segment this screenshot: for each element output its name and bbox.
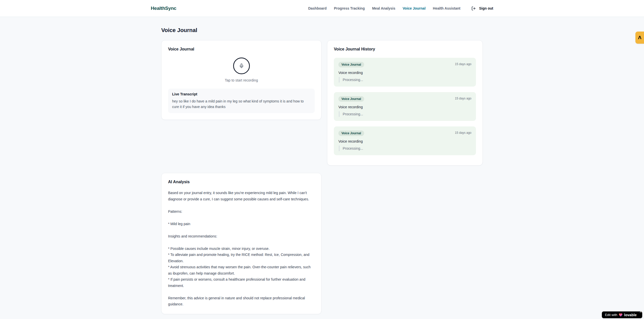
history-entry[interactable]: Voice Journal 15 days ago Voice recordin… xyxy=(334,58,476,87)
history-entry[interactable]: Voice Journal 15 days ago Voice recordin… xyxy=(334,126,476,155)
history-entry[interactable]: Voice Journal 15 days ago Voice recordin… xyxy=(334,92,476,121)
page-title: Voice Journal xyxy=(161,27,483,34)
entry-processing-status: Processing... xyxy=(339,111,471,117)
voice-journal-history-card: Voice Journal History Voice Journal 15 d… xyxy=(327,40,483,166)
history-list: Voice Journal 15 days ago Voice recordin… xyxy=(334,58,476,155)
analysis-card-title: AI Analysis xyxy=(168,180,315,184)
entry-title: Voice recording xyxy=(338,71,471,75)
entry-title: Voice recording xyxy=(338,105,471,109)
entry-timestamp: 15 days ago xyxy=(455,96,471,100)
ai-analysis-text: Based on your journal entry, it sounds l… xyxy=(168,190,315,307)
lovable-side-tab[interactable]: Λ xyxy=(635,32,644,44)
page-content: Voice Journal Voice Journal Tap to start… xyxy=(161,17,483,314)
recorder-card-title: Voice Journal xyxy=(168,47,315,51)
nav-item-dashboard[interactable]: Dashboard xyxy=(308,6,327,10)
main-nav: Dashboard Progress Tracking Meal Analysi… xyxy=(308,6,493,11)
edit-badge-text: Edit with xyxy=(605,313,617,317)
live-transcript-text: hey so like I do have a mild pain in my … xyxy=(172,98,311,110)
edit-with-lovable-badge[interactable]: Edit with lovable ✕ xyxy=(602,311,642,318)
voice-recorder-card: Voice Journal Tap to start recording Liv… xyxy=(161,40,321,120)
entry-timestamp: 15 days ago xyxy=(455,62,471,66)
record-button[interactable] xyxy=(233,58,250,74)
nav-item-voice-journal[interactable]: Voice Journal xyxy=(403,6,426,10)
microphone-icon xyxy=(239,63,244,68)
entry-timestamp: 15 days ago xyxy=(455,130,471,135)
entry-type-badge: Voice Journal xyxy=(338,62,364,67)
app-logo[interactable]: HealthSync xyxy=(151,6,176,11)
log-out-icon xyxy=(471,6,476,11)
nav-item-progress-tracking[interactable]: Progress Tracking xyxy=(334,6,365,10)
live-transcript-label: Live Transcript xyxy=(172,92,311,96)
entry-type-badge: Voice Journal xyxy=(338,96,364,102)
sign-out-button[interactable]: Sign out xyxy=(471,6,493,11)
live-transcript-box: Live Transcript hey so like I do have a … xyxy=(168,89,315,113)
gradient-heart-icon xyxy=(619,313,623,317)
tap-to-record-hint: Tap to start recording xyxy=(225,78,258,82)
lovable-mark-icon: Λ xyxy=(638,36,641,40)
ai-analysis-card: AI Analysis Based on your journal entry,… xyxy=(161,173,321,314)
close-icon[interactable]: ✕ xyxy=(639,310,642,313)
entry-processing-status: Processing... xyxy=(339,77,471,83)
entry-title: Voice recording xyxy=(338,139,471,143)
lovable-wordmark: lovable xyxy=(624,313,637,317)
history-card-title: Voice Journal History xyxy=(334,47,476,51)
nav-item-meal-analysis[interactable]: Meal Analysis xyxy=(372,6,395,10)
entry-processing-status: Processing... xyxy=(339,146,471,151)
sign-out-label: Sign out xyxy=(479,6,493,10)
nav-item-health-assistant[interactable]: Health Assistant xyxy=(433,6,460,10)
entry-type-badge: Voice Journal xyxy=(338,130,364,136)
top-navigation-bar: HealthSync Dashboard Progress Tracking M… xyxy=(0,0,644,17)
